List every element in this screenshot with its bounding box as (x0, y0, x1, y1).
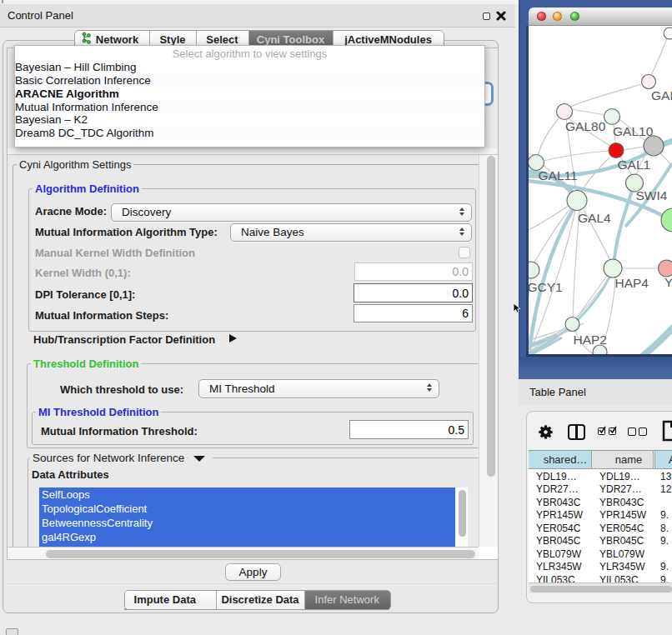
svg-text:GCY1: GCY1 (528, 280, 563, 294)
svg-text:GAL1: GAL1 (618, 158, 651, 172)
svg-text:GAL4: GAL4 (578, 211, 611, 225)
svg-text:GAL: GAL (651, 88, 672, 102)
svg-text:GAL10: GAL10 (613, 124, 654, 138)
svg-text:HAP4: HAP4 (615, 276, 649, 290)
svg-text:GAL11: GAL11 (539, 168, 578, 182)
svg-text:Y: Y (664, 275, 672, 289)
svg-text:GAL80: GAL80 (565, 119, 606, 133)
svg-text:SWI4: SWI4 (636, 188, 668, 202)
svg-text:HAP2: HAP2 (574, 332, 608, 347)
